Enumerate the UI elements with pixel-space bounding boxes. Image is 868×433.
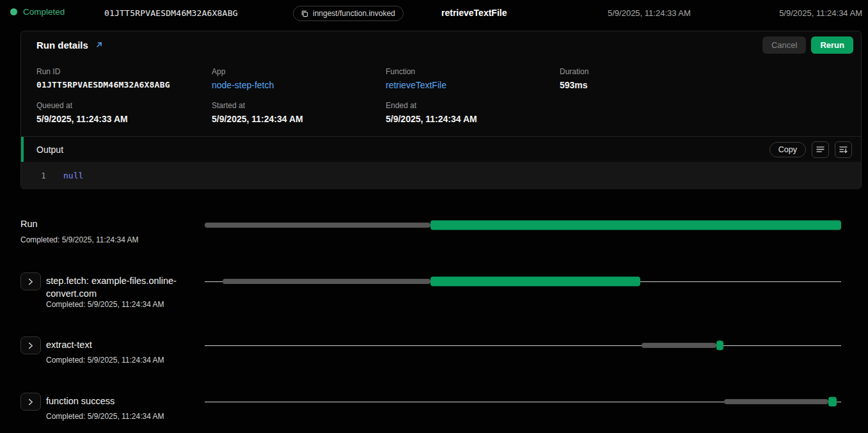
field-value: 5/9/2025, 11:24:34 AM: [212, 114, 386, 124]
field-label: Started at: [212, 101, 386, 110]
output-value: null: [63, 171, 83, 180]
queue-bar: [724, 399, 828, 404]
field-app: App node-step-fetch: [212, 67, 386, 90]
active-bar: [828, 397, 837, 407]
function-link[interactable]: retrieveTextFile: [386, 80, 560, 90]
panel-title: Run details: [36, 40, 88, 51]
line-number: 1: [21, 171, 63, 180]
expand-output-icon[interactable]: [835, 141, 852, 158]
copy-button[interactable]: Copy: [769, 142, 806, 157]
field-label: Queued at: [36, 101, 212, 110]
external-link-icon[interactable]: [94, 40, 104, 50]
queue-bar: [205, 223, 430, 228]
field-started-at: Started at 5/9/2025, 11:24:34 AM: [212, 101, 386, 124]
field-label: Duration: [560, 67, 851, 76]
status-dot-icon: [10, 8, 17, 15]
step-timeline-track: [205, 396, 841, 407]
panel-header: Run details Cancel Rerun: [21, 31, 861, 58]
status-label: Completed: [23, 7, 65, 17]
event-badge[interactable]: inngest/function.invoked: [293, 6, 404, 21]
active-bar: [716, 341, 723, 350]
panel-actions: Cancel Rerun: [762, 36, 853, 54]
queue-bar: [223, 279, 430, 284]
field-run-id: Run ID 01JTT5RPVAESDM46M32A6X8ABG: [36, 67, 212, 90]
expand-step-button[interactable]: [20, 393, 41, 411]
app-link[interactable]: node-step-fetch: [212, 80, 386, 90]
timeline-run-label: Run: [20, 217, 38, 230]
function-name-text: retrieveTextFile: [441, 8, 507, 18]
field-label: Ended at: [386, 101, 560, 110]
run-summary-bar: Completed 01JTT5RPVAESDM46M32A6X8ABG inn…: [0, 0, 868, 27]
field-queued-at: Queued at 5/9/2025, 11:24:33 AM: [36, 101, 212, 124]
step-timeline-track: [205, 340, 841, 351]
field-duration: Duration 593ms: [560, 67, 851, 90]
step-label: extract-text: [46, 338, 92, 351]
field-label: Function: [386, 67, 560, 76]
expand-step-button[interactable]: [20, 272, 41, 290]
field-function: Function retrieveTextFile: [386, 67, 560, 90]
active-bar: [430, 221, 841, 230]
expand-step-button[interactable]: [20, 336, 41, 354]
run-timeline-track: [205, 219, 841, 231]
output-code-block[interactable]: 1 null: [21, 162, 861, 189]
timeline-run-completed: Completed: 5/9/2025, 11:24:34 AM: [20, 235, 139, 244]
field-value: 593ms: [560, 80, 851, 90]
output-title: Output: [36, 145, 63, 155]
output-header: Output Copy: [21, 136, 861, 162]
run-details-panel: Run details Cancel Rerun Run ID 01JTT5RP…: [20, 31, 862, 189]
status-badge: Completed: [10, 7, 65, 17]
step-completed: Completed: 5/9/2025, 11:24:34 AM: [46, 412, 164, 421]
field-label: Run ID: [36, 67, 212, 76]
line-wrap-icon[interactable]: [812, 141, 829, 158]
field-value: 5/9/2025, 11:24:33 AM: [36, 114, 212, 124]
queue-bar: [642, 343, 716, 348]
output-actions: Copy: [769, 141, 852, 158]
field-value: 5/9/2025, 11:24:34 AM: [386, 114, 560, 124]
run-details-grid: Run ID 01JTT5RPVAESDM46M32A6X8ABG App no…: [36, 67, 851, 124]
rerun-button[interactable]: Rerun: [811, 36, 853, 54]
event-badge-label: inngest/function.invoked: [313, 9, 395, 18]
step-timeline-track: [205, 276, 841, 287]
event-icon: [301, 10, 308, 17]
field-value: 01JTT5RPVAESDM46M32A6X8ABG: [36, 80, 212, 90]
field-label: App: [212, 67, 386, 76]
step-label: function success: [46, 395, 114, 407]
step-label: step.fetch: example-files.online-convert…: [46, 274, 219, 300]
step-completed: Completed: 5/9/2025, 11:24:34 AM: [46, 356, 164, 365]
active-bar: [430, 277, 640, 287]
timestamp-queued: 5/9/2025, 11:24:33 AM: [608, 8, 691, 18]
field-ended-at: Ended at 5/9/2025, 11:24:34 AM: [386, 101, 560, 124]
output-accent-bar: [21, 137, 24, 162]
cancel-button[interactable]: Cancel: [762, 36, 806, 54]
timestamp-started: 5/9/2025, 11:24:34 AM: [779, 8, 862, 18]
run-id-text: 01JTT5RPVAESDM46M32A6X8ABG: [104, 8, 238, 18]
step-completed: Completed: 5/9/2025, 11:24:34 AM: [46, 300, 164, 309]
